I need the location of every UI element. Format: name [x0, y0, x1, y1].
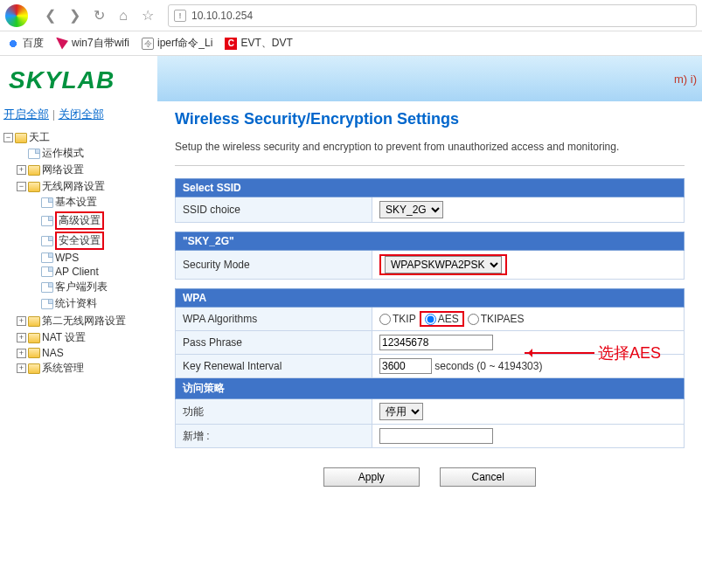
expand-icon[interactable]: + [17, 349, 26, 358]
bookmark-bar: 百度 win7自带wifi 令iperf命令_Li CEVT、DVT [0, 31, 702, 56]
apply-button[interactable]: Apply [323, 467, 420, 487]
folder-icon [28, 165, 40, 176]
flag-icon [56, 38, 68, 50]
nav-back-button[interactable]: ❮ [38, 4, 61, 27]
open-all-link[interactable]: 开启全部 [3, 107, 49, 121]
ssid-choice-label: SSID choice [176, 197, 372, 223]
page-title: Wireless Security/Encryption Settings [175, 110, 685, 128]
key-renewal-input[interactable] [379, 358, 432, 374]
tree-item-stats[interactable]: 统计资料 [30, 296, 154, 311]
tree-label: 网络设置 [42, 163, 84, 177]
radio-tkipaes[interactable] [468, 314, 479, 325]
radio-label: AES [438, 313, 459, 325]
expand-icon[interactable]: + [17, 333, 26, 342]
page-description: Setup the wireless security and encrypti… [175, 141, 685, 153]
header-banner: m) i) [157, 56, 702, 101]
cancel-button[interactable]: Cancel [440, 467, 536, 487]
tree-label: 运作模式 [42, 146, 84, 161]
page-icon [41, 282, 53, 293]
logo: SKYLAB [3, 63, 154, 105]
security-mode-select[interactable]: WPAPSKWPA2PSK [385, 256, 502, 273]
browser-toolbar: ❮ ❯ ↻ ⌂ ☆ ! 10.10.10.254 [0, 0, 702, 31]
algo-tkip-option[interactable]: TKIP [379, 313, 416, 325]
tree-item-nas[interactable]: +NAS [17, 347, 154, 359]
collapse-icon[interactable]: − [17, 182, 26, 191]
folder-icon [28, 348, 40, 358]
tree-item-wps[interactable]: WPS [30, 252, 154, 264]
folder-icon [28, 182, 40, 192]
page-icon [41, 266, 53, 277]
nav-tree: −天工 运作模式 +网络设置 −无线网路设置 基本设置 高级设置 安全设置 WP… [3, 129, 154, 377]
tree-item-security[interactable]: 安全设置 [30, 232, 154, 250]
panel-header: "SKY_2G" [176, 232, 685, 251]
nav-forward-button[interactable]: ❯ [63, 4, 86, 27]
page-icon [41, 299, 53, 309]
nav-reload-button[interactable]: ↻ [87, 4, 110, 27]
close-all-link[interactable]: 关闭全部 [59, 107, 104, 121]
tree-item-clients[interactable]: 客户端列表 [30, 280, 154, 294]
folder-icon [28, 316, 40, 327]
tree-label: 统计资料 [55, 296, 97, 311]
tree-label: 天工 [29, 130, 50, 145]
expand-icon[interactable]: + [17, 165, 26, 175]
tree-root[interactable]: −天工 [3, 130, 154, 145]
url-bar[interactable]: ! 10.10.10.254 [168, 4, 697, 27]
passphrase-input[interactable] [379, 335, 493, 350]
tree-item-opmode[interactable]: 运作模式 [17, 146, 154, 161]
tree-label: 系统管理 [42, 361, 84, 376]
nav-home-button[interactable]: ⌂ [112, 4, 135, 27]
bookmark-evt[interactable]: CEVT、DVT [225, 36, 292, 51]
access-func-select[interactable]: 停用 [379, 403, 423, 420]
tree-toggle-links: 开启全部 | 关闭全部 [3, 105, 154, 129]
folder-icon [28, 333, 40, 343]
tree-item-system[interactable]: +系统管理 [17, 361, 154, 376]
bookmark-label: 百度 [23, 36, 44, 51]
content-area: m) i) Wireless Security/Encryption Setti… [157, 56, 702, 588]
separator: | [52, 107, 59, 121]
banner-text: m) i) [674, 73, 697, 86]
baidu-icon [7, 38, 19, 50]
browser-logo-icon [5, 4, 28, 27]
tree-label: 安全设置 [55, 232, 104, 250]
tree-item-apclient[interactable]: AP Client [30, 266, 154, 278]
ssid-choice-select[interactable]: SKY_2G [379, 201, 443, 218]
tree-item-basic[interactable]: 基本设置 [30, 195, 154, 210]
wpa-algo-label: WPA Algorithms [176, 308, 372, 331]
tree-item-network[interactable]: +网络设置 [17, 163, 154, 177]
bookmark-iperf[interactable]: 令iperf命令_Li [142, 36, 212, 51]
page-icon [28, 149, 40, 159]
collapse-icon[interactable]: − [3, 133, 13, 142]
page-icon [41, 216, 53, 226]
access-add-input[interactable] [379, 428, 493, 444]
tree-label: 客户端列表 [55, 280, 108, 294]
security-panel: "SKY_2G" Security Mode WPAPSKWPA2PSK [175, 232, 685, 280]
radio-tkip[interactable] [379, 314, 391, 325]
tree-item-wireless2[interactable]: +第二无线网路设置 [17, 314, 154, 329]
key-renewal-label: Key Renewal Interval [176, 355, 372, 378]
tree-item-nat[interactable]: +NAT 设置 [17, 330, 154, 345]
tree-label: 基本设置 [55, 195, 97, 210]
page-icon [41, 252, 53, 263]
nav-star-button[interactable]: ☆ [136, 4, 159, 27]
panel-header: 访问策略 [176, 378, 685, 399]
expand-icon[interactable]: + [17, 316, 26, 326]
bookmark-label: EVT、DVT [240, 36, 292, 51]
expand-icon[interactable]: + [17, 363, 26, 373]
tree-item-wireless[interactable]: −无线网路设置 [17, 179, 154, 194]
sidebar: SKYLAB 开启全部 | 关闭全部 −天工 运作模式 +网络设置 −无线网路设… [0, 56, 157, 588]
wpa-panel: WPA WPA Algorithms TKIP AES TKIPAES Pass… [175, 288, 685, 448]
ssid-panel: Select SSID SSID choice SKY_2G [175, 178, 685, 223]
algo-tkipaes-option[interactable]: TKIPAES [468, 313, 525, 325]
passphrase-label: Pass Phrase [176, 331, 372, 355]
bookmark-win7wifi[interactable]: win7自带wifi [56, 36, 129, 51]
tree-item-advanced[interactable]: 高级设置 [30, 211, 154, 230]
tree-label: WPS [55, 252, 79, 264]
bookmark-label: win7自带wifi [72, 36, 129, 51]
bookmark-baidu[interactable]: 百度 [7, 36, 44, 51]
annotation-text: 选择AES [598, 342, 661, 363]
shield-icon: ! [174, 10, 186, 22]
access-add-label: 新增 : [176, 425, 372, 448]
algo-aes-option[interactable]: AES [420, 311, 464, 327]
radio-aes[interactable] [425, 314, 436, 325]
tree-label: NAS [42, 347, 64, 359]
